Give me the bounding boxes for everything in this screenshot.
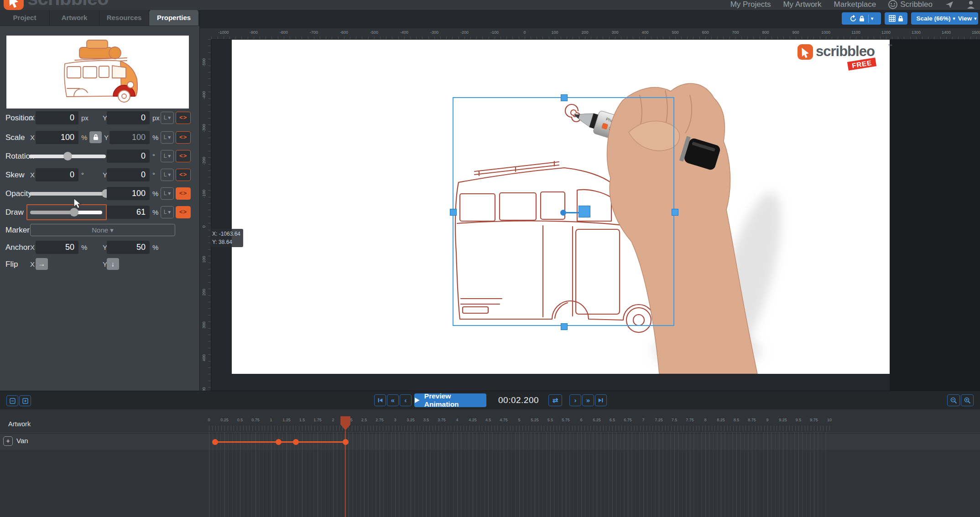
selection-handle-bottom[interactable] bbox=[561, 323, 568, 330]
tab-resources[interactable]: Resources bbox=[99, 10, 149, 26]
anchor-y-unit: % bbox=[152, 240, 158, 254]
scale-x-input[interactable] bbox=[36, 131, 78, 144]
position-y-input[interactable] bbox=[107, 111, 150, 124]
draw-keyframe-button[interactable]: <> bbox=[176, 206, 191, 218]
menu-marketplace[interactable]: Marketplace bbox=[834, 0, 876, 9]
keyframe-dot[interactable] bbox=[276, 439, 281, 445]
draw-slider[interactable] bbox=[26, 204, 107, 220]
scale-interp-button[interactable]: L ▾ bbox=[161, 131, 174, 144]
button-divider bbox=[868, 15, 869, 23]
timeline-ruler-label: 0.75 bbox=[248, 418, 263, 422]
timeline-ruler-label: 7.25 bbox=[651, 418, 667, 422]
timeline-ruler-label: 9.25 bbox=[775, 418, 791, 422]
anchor-point[interactable] bbox=[560, 210, 566, 216]
anchor-x-input[interactable] bbox=[36, 241, 78, 254]
layer-row-van[interactable]: + Van bbox=[0, 434, 980, 450]
grid-lock-button[interactable] bbox=[885, 12, 907, 25]
h-ruler-label: 1500 bbox=[967, 30, 980, 35]
tab-properties[interactable]: Properties bbox=[149, 10, 199, 26]
selection-handle-right[interactable] bbox=[672, 209, 678, 216]
scribbleo-logo-icon[interactable] bbox=[4, 0, 24, 10]
timeline-zoom-out-button[interactable] bbox=[947, 394, 960, 406]
flip-x-button[interactable]: → bbox=[36, 258, 48, 270]
view-dropdown-button[interactable]: View ▾ bbox=[956, 12, 978, 25]
skew-x-input[interactable] bbox=[36, 168, 78, 181]
timeline: Artwork 00.250.50.7511.251.51.7522.252.5… bbox=[0, 409, 980, 517]
play-icon bbox=[414, 397, 420, 403]
menu-my-projects[interactable]: My Projects bbox=[730, 0, 771, 9]
horizontal-ruler-ticks bbox=[199, 36, 980, 39]
draw-input[interactable] bbox=[107, 206, 150, 219]
scale-lock-button[interactable] bbox=[89, 131, 102, 143]
menu-my-artwork[interactable]: My Artwork bbox=[783, 0, 821, 9]
loop-toggle-button[interactable]: ⇄ bbox=[548, 394, 562, 406]
anchor-y-input[interactable] bbox=[107, 241, 150, 254]
scale-y-unit: % bbox=[152, 130, 158, 145]
timeline-ruler-label: 1.25 bbox=[279, 418, 294, 422]
h-ruler-label: 600 bbox=[696, 30, 714, 35]
timeline-expand-button[interactable] bbox=[19, 395, 31, 406]
step-back-button[interactable]: ‹ bbox=[400, 394, 412, 406]
timeline-ruler-label: 7 bbox=[636, 418, 651, 422]
skip-end-icon bbox=[598, 397, 604, 403]
tab-artwork[interactable]: Artwork bbox=[50, 10, 99, 26]
opacity-unit: % bbox=[152, 186, 158, 201]
property-row-marker: Marker None ▾ bbox=[0, 223, 199, 238]
timeline-ruler-ticks[interactable] bbox=[209, 426, 830, 431]
draw-slider-handle[interactable] bbox=[70, 208, 78, 217]
h-ruler-label: 1100 bbox=[847, 30, 865, 35]
timeline-ruler-label: 5.5 bbox=[542, 418, 558, 422]
timeline-ruler-label: 9.75 bbox=[806, 418, 822, 422]
step-forward-button[interactable]: › bbox=[569, 394, 581, 406]
skip-to-end-button[interactable] bbox=[595, 394, 607, 406]
rotation-slider-handle[interactable] bbox=[63, 152, 72, 160]
next-keyframe-button[interactable]: » bbox=[582, 394, 594, 406]
interp-label: L bbox=[164, 153, 167, 159]
scale-dropdown-button[interactable]: Scale (66%) ▾ bbox=[911, 12, 960, 25]
rotation-interp-button[interactable]: L ▾ bbox=[161, 150, 174, 162]
user-profile-icon[interactable] bbox=[966, 0, 975, 9]
h-ruler-label: 1200 bbox=[877, 30, 895, 35]
preview-animation-button[interactable]: Preview Animation bbox=[414, 393, 486, 407]
selection-handle-left[interactable] bbox=[450, 209, 457, 216]
rotation-keyframe-button[interactable]: <> bbox=[176, 150, 191, 162]
zoom-out-icon bbox=[950, 397, 957, 404]
share-icon[interactable] bbox=[945, 0, 954, 9]
position-x-input[interactable] bbox=[36, 111, 78, 124]
timeline-ruler-label: 4 bbox=[449, 418, 465, 422]
selection-box[interactable] bbox=[453, 97, 674, 326]
flip-y-button[interactable]: ↓ bbox=[107, 258, 119, 270]
scale-y-input[interactable] bbox=[109, 131, 150, 144]
position-keyframe-button[interactable]: <> bbox=[176, 112, 191, 124]
v-ruler-label: 400 bbox=[202, 353, 208, 363]
position-interp-button[interactable]: L ▾ bbox=[161, 112, 174, 124]
user-menu[interactable]: Scribbleo bbox=[888, 0, 933, 9]
timeline-collapse-button[interactable] bbox=[6, 395, 18, 406]
keyframe-dot[interactable] bbox=[212, 439, 218, 445]
keyframe-dot[interactable] bbox=[293, 439, 299, 445]
skew-interp-button[interactable]: L ▾ bbox=[161, 169, 174, 181]
selection-handle-top[interactable] bbox=[561, 94, 568, 101]
opacity-interp-button[interactable]: L ▾ bbox=[161, 187, 174, 200]
draw-interp-button[interactable]: L ▾ bbox=[161, 206, 174, 218]
anchor-handle[interactable] bbox=[579, 206, 590, 217]
h-ruler-label: -200 bbox=[455, 30, 474, 35]
timeline-ruler-label: 0 bbox=[201, 418, 217, 422]
skip-to-start-button[interactable] bbox=[374, 394, 386, 406]
timeline-ruler-label: 10 bbox=[822, 418, 837, 422]
keyframe-dot[interactable] bbox=[343, 439, 349, 445]
layer-expand-button[interactable]: + bbox=[3, 436, 13, 446]
tab-project[interactable]: Project bbox=[0, 10, 50, 26]
opacity-keyframe-button[interactable]: <> bbox=[176, 187, 191, 200]
scale-keyframe-button[interactable]: <> bbox=[176, 131, 191, 144]
timeline-ruler-label: 3 bbox=[387, 418, 403, 422]
previous-keyframe-button[interactable]: « bbox=[387, 394, 399, 406]
rotation-input[interactable] bbox=[107, 150, 150, 163]
opacity-input[interactable] bbox=[107, 187, 150, 200]
skew-y-input[interactable] bbox=[107, 168, 150, 181]
marker-dropdown[interactable]: None ▾ bbox=[30, 224, 175, 236]
timeline-zoom-in-button[interactable] bbox=[961, 394, 974, 406]
sync-lock-button[interactable]: ▾ bbox=[842, 12, 881, 25]
interp-label: L bbox=[164, 134, 167, 140]
skew-keyframe-button[interactable]: <> bbox=[176, 169, 191, 181]
